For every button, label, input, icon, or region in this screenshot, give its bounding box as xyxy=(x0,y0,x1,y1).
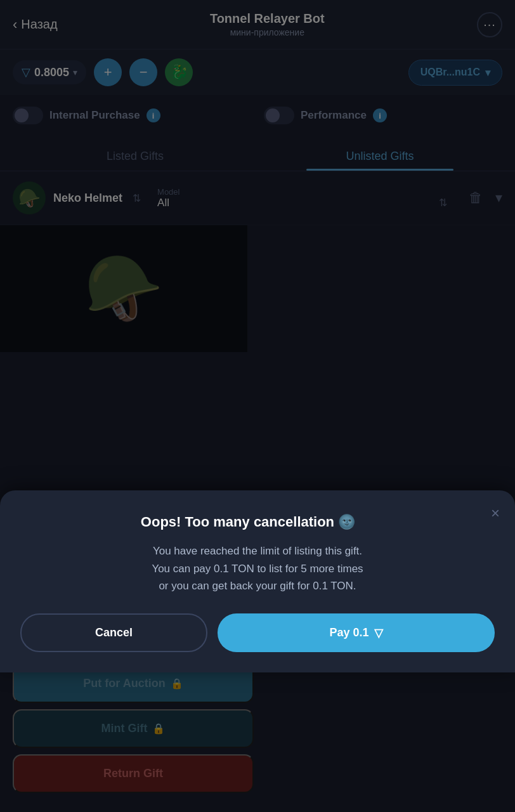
cancel-button[interactable]: Cancel xyxy=(20,613,207,652)
modal-backdrop xyxy=(0,0,515,812)
modal-body-line3: or you can get back your gift for 0.1 TO… xyxy=(159,580,356,592)
pay-button[interactable]: Pay 0.1 ▽ xyxy=(218,613,495,652)
modal-body-line1: You have reached the limit of listing th… xyxy=(153,545,362,557)
modal-close-button[interactable]: × xyxy=(491,506,500,521)
close-icon: × xyxy=(491,504,500,521)
modal-body: You have reached the limit of listing th… xyxy=(20,542,495,594)
pay-label: Pay 0.1 xyxy=(330,626,369,639)
cancellation-modal: × Oops! Too many cancellation 🌚 You have… xyxy=(0,490,515,672)
ton-triangle-icon: ▽ xyxy=(374,626,383,640)
modal-body-line2: You can pay 0.1 TON to list for 5 more t… xyxy=(152,563,363,575)
modal-title: Oops! Too many cancellation 🌚 xyxy=(20,513,495,532)
modal-actions: Cancel Pay 0.1 ▽ xyxy=(20,613,495,652)
